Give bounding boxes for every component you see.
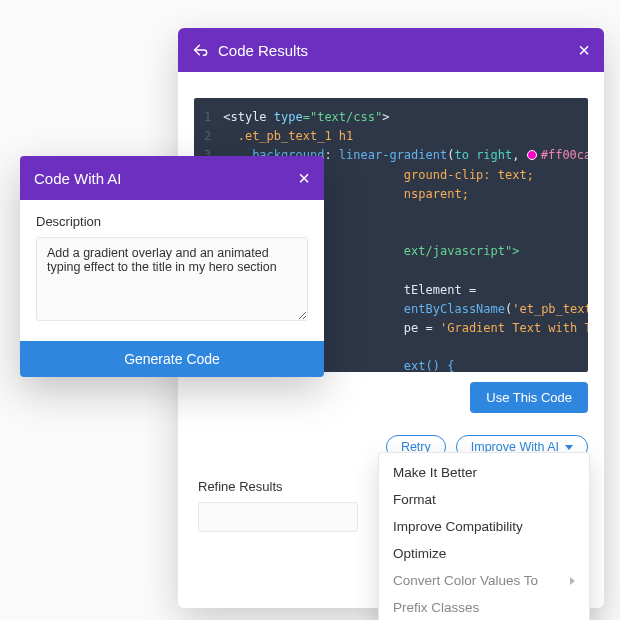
results-title: Code Results — [218, 42, 308, 59]
use-this-code-button[interactable]: Use This Code — [470, 382, 588, 413]
dropdown-item-label: Make It Better — [393, 465, 477, 480]
ai-body: Description — [20, 200, 324, 341]
chevron-down-icon — [565, 445, 573, 450]
back-icon[interactable] — [192, 42, 208, 58]
dropdown-item-label: Prefix Classes — [393, 600, 479, 615]
dropdown-item[interactable]: Make It Better — [379, 459, 589, 486]
dropdown-item[interactable]: Prefix Classes — [379, 594, 589, 620]
use-code-row: Use This Code — [178, 372, 604, 413]
dropdown-item-label: Format — [393, 492, 436, 507]
color-swatch-icon — [527, 150, 537, 160]
dropdown-item[interactable]: Convert Color Values To — [379, 567, 589, 594]
code-with-ai-modal: Code With AI × Description Generate Code — [20, 156, 324, 377]
description-textarea[interactable] — [36, 237, 308, 321]
ai-title: Code With AI — [34, 170, 122, 187]
improve-dropdown: Make It BetterFormatImprove Compatibilit… — [378, 452, 590, 620]
close-icon[interactable]: × — [298, 167, 310, 190]
dropdown-item[interactable]: Improve Compatibility — [379, 513, 589, 540]
ai-header: Code With AI × — [20, 156, 324, 200]
chevron-right-icon — [570, 577, 575, 585]
line-number: 2 — [204, 127, 211, 146]
dropdown-item-label: Optimize — [393, 546, 446, 561]
description-label: Description — [36, 214, 308, 229]
refine-input[interactable] — [198, 502, 358, 532]
generate-code-button[interactable]: Generate Code — [20, 341, 324, 377]
close-icon[interactable]: × — [578, 40, 590, 60]
dropdown-item-label: Convert Color Values To — [393, 573, 538, 588]
dropdown-item[interactable]: Optimize — [379, 540, 589, 567]
results-header: Code Results × — [178, 28, 604, 72]
line-number: 1 — [204, 108, 211, 127]
dropdown-item[interactable]: Format — [379, 486, 589, 513]
dropdown-item-label: Improve Compatibility — [393, 519, 523, 534]
